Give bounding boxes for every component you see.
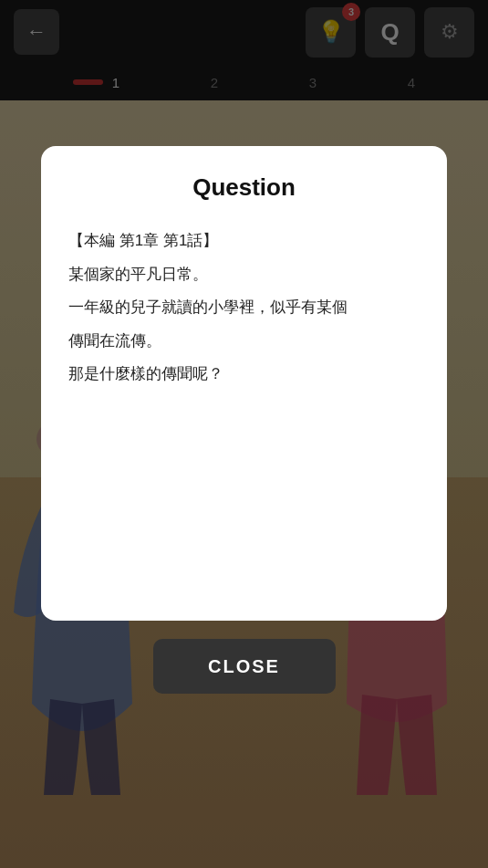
- modal-title: Question: [68, 173, 420, 202]
- question-modal: Question 【本編 第1章 第1話】 某個家的平凡日常。 一年級的兒子就讀…: [41, 146, 447, 621]
- modal-content: 【本編 第1章 第1話】 某個家的平凡日常。 一年級的兒子就讀的小學裡，似乎有某…: [68, 227, 420, 389]
- modal-line-3: 一年級的兒子就讀的小學裡，似乎有某個: [68, 294, 420, 322]
- modal-line-2: 某個家的平凡日常。: [68, 261, 420, 289]
- modal-line-4: 傳聞在流傳。: [68, 328, 420, 356]
- modal-line-1: 【本編 第1章 第1話】: [68, 227, 420, 256]
- modal-line-5: 那是什麼樣的傳聞呢？: [68, 361, 420, 389]
- close-button[interactable]: CLOSE: [153, 639, 336, 694]
